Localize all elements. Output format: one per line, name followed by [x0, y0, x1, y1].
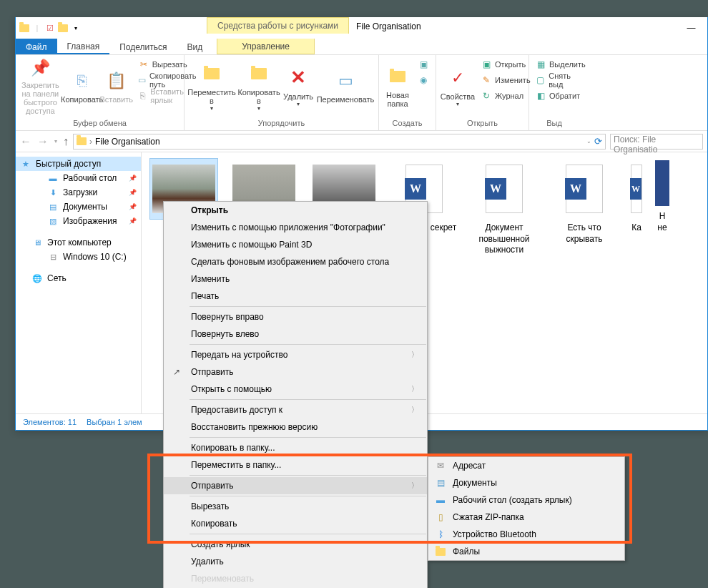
sendto-files[interactable]: Файлы — [428, 543, 624, 560]
copy-button[interactable]: ⎘ Копировать — [64, 57, 101, 117]
doc-thumbnail: W — [631, 165, 642, 213]
status-selected: Выбран 1 элем — [87, 418, 142, 426]
sendto-bluetooth[interactable]: ᛒУстройство Bluetooth — [428, 526, 624, 543]
download-icon: ⬇ — [47, 187, 59, 198]
qat-sep: | — [31, 22, 43, 34]
file-item[interactable]: Нне — [654, 158, 671, 256]
pc-icon: 🖥 — [31, 237, 43, 248]
copyto-button[interactable]: Копировать в ▾ — [237, 57, 280, 117]
ctx-delete[interactable]: Удалить — [164, 553, 427, 570]
tab-file[interactable]: Файл — [16, 39, 57, 54]
ctx-share[interactable]: ↗Отправить — [164, 363, 427, 381]
up-button[interactable]: ↑ — [63, 135, 69, 148]
delete-label: Удалить — [283, 92, 313, 101]
open-label: Открыть — [495, 60, 526, 69]
ctx-copy-to[interactable]: Копировать в папку... — [164, 439, 427, 456]
sidebar-desktop[interactable]: ▬Рабочий стол📌 — [16, 171, 141, 185]
file-label: Ка — [631, 222, 641, 234]
ctx-rotate-right[interactable]: Повернуть вправо — [164, 308, 427, 325]
tab-home[interactable]: Главная — [57, 39, 110, 54]
file-item[interactable]: W Документ повышенной выжности — [469, 158, 539, 256]
sendto-zip[interactable]: ▯Сжатая ZIP-папка — [428, 509, 624, 526]
bluetooth-icon: ᛒ — [434, 529, 447, 539]
invert-label: Обратит — [549, 92, 580, 100]
sendto-recipient[interactable]: ✉Адресат — [428, 457, 624, 474]
chevron-down-icon: ▾ — [257, 105, 260, 112]
ctx-copy[interactable]: Копировать — [164, 515, 427, 532]
moveto-button[interactable]: Переместить в ▾ — [187, 57, 236, 117]
ctx-move-to[interactable]: Переместить в папку... — [164, 456, 427, 474]
ctx-edit[interactable]: Изменить — [164, 270, 427, 288]
share-icon: ↗ — [169, 367, 184, 377]
search-input[interactable]: Поиск: File Organisatio — [610, 134, 703, 150]
sendto-desktop[interactable]: ▬Рабочий стол (создать ярлык) — [428, 491, 624, 509]
sidebar-documents[interactable]: ▤Документы📌 — [16, 200, 141, 214]
ctx-wallpaper[interactable]: Сделать фоновым изображением рабочего ст… — [164, 253, 427, 270]
ctx-cast[interactable]: Передать на устройство〉 — [164, 346, 427, 363]
sidebar-quick-access[interactable]: ★Быстрый доступ — [16, 157, 141, 171]
file-item[interactable]: W Ка — [629, 158, 644, 256]
ctx-rotate-left[interactable]: Повернуть влево — [164, 325, 427, 343]
rename-button[interactable]: ▭ Переименовать — [316, 57, 375, 117]
path-dropdown[interactable]: ⌄ — [586, 138, 591, 144]
address-bar[interactable]: › File Organisation ⌄ ⟳ — [73, 134, 606, 150]
ctx-send-to[interactable]: Отправить〉 — [164, 477, 427, 494]
separator — [190, 437, 426, 438]
sidebar-label: Загрузки — [63, 187, 97, 197]
history-button[interactable]: ↻Журнал — [478, 88, 534, 104]
ctx-restore[interactable]: Восстановить прежнюю версию — [164, 418, 427, 436]
open-button[interactable]: ▣Открыть — [478, 57, 534, 72]
doc-thumbnail: W — [566, 165, 603, 213]
sidebar-network[interactable]: 🌐Сеть — [16, 271, 141, 285]
history-dropdown[interactable]: ▾ — [54, 138, 57, 144]
qat-dropdown-icon[interactable]: ▾ — [70, 22, 82, 34]
ctx-rename[interactable]: Переименовать — [164, 570, 427, 587]
invert-button[interactable]: ◧Обратит — [532, 88, 589, 104]
contextual-tab-label: Средства работы с рисунками — [207, 17, 349, 34]
pin-icon: 📌 — [29, 58, 51, 78]
tab-manage[interactable]: Управление — [217, 39, 315, 54]
back-button[interactable]: ← — [20, 135, 31, 148]
ctx-shortcut[interactable]: Создать ярлык — [164, 536, 427, 553]
moveto-label: Переместить в — [187, 88, 235, 105]
selectall-label: Выделить — [549, 60, 586, 69]
sidebar-downloads[interactable]: ⬇Загрузки📌 — [16, 185, 141, 200]
selectall-button[interactable]: ▦Выделить — [532, 57, 589, 72]
sidebar-pictures[interactable]: ▧Изображения📌 — [16, 214, 141, 228]
ctx-give-access[interactable]: Предоставить доступ к〉 — [164, 401, 427, 418]
path-segment[interactable]: File Organisation — [95, 137, 160, 147]
zip-icon: ▯ — [434, 512, 447, 522]
sidebar-label: Windows 10 (C:) — [63, 252, 127, 262]
minimize-button[interactable]: — — [675, 17, 707, 39]
edit-button[interactable]: ✎Изменить — [478, 72, 534, 88]
sendto-documents[interactable]: ▤Документы — [428, 474, 624, 491]
tab-share[interactable]: Поделиться — [109, 39, 177, 54]
separator — [190, 344, 426, 345]
tab-view[interactable]: Вид — [177, 39, 212, 54]
ctx-print[interactable]: Печать — [164, 288, 427, 305]
qat-folder-icon[interactable] — [57, 22, 69, 34]
file-item[interactable]: W Есть что скрывать — [549, 158, 619, 256]
properties-button[interactable]: ✓ Свойства ▾ — [439, 57, 476, 117]
ctx-cut[interactable]: Вырезать — [164, 498, 427, 515]
ctx-edit-paint3d[interactable]: Изменить с помощью Paint 3D — [164, 236, 427, 253]
ctx-open[interactable]: Открыть — [164, 202, 427, 219]
pin-icon: 📌 — [129, 217, 137, 225]
sidebar-label: Рабочий стол — [63, 173, 117, 183]
ctx-open-with[interactable]: Открыть с помощью〉 — [164, 381, 427, 398]
easyaccess-button[interactable]: ◉ — [415, 72, 432, 88]
drive-icon: ⊟ — [47, 251, 59, 263]
forward-button[interactable]: → — [37, 135, 49, 148]
ctx-edit-photos[interactable]: Изменить с помощью приложения "Фотографи… — [164, 219, 427, 236]
history-icon: ↻ — [481, 90, 492, 102]
sidebar-thispc[interactable]: 🖥Этот компьютер — [16, 235, 141, 250]
newfolder-button[interactable]: Новая папка — [382, 57, 413, 117]
sidebar-drive-c[interactable]: ⊟Windows 10 (C:) — [16, 250, 141, 264]
newitem-button[interactable]: ▣ — [415, 57, 432, 72]
copypath-icon: ▭ — [138, 74, 147, 86]
separator — [190, 534, 426, 534]
deselect-button[interactable]: ▢Снять выд — [532, 72, 589, 88]
delete-button[interactable]: ✕ Удалить ▾ — [282, 57, 315, 117]
refresh-button[interactable]: ⟳ — [594, 136, 602, 147]
qat-check-icon[interactable]: ☑ — [44, 22, 56, 34]
